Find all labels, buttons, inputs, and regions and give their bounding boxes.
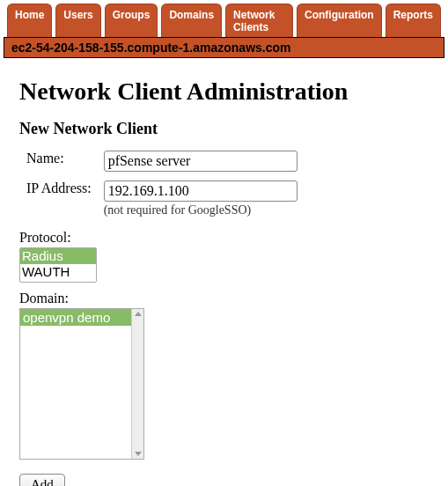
domain-option-openvpn-demo[interactable]: openvpn demo [20,309,143,326]
scrollbar[interactable] [131,309,143,459]
name-input[interactable] [104,151,297,172]
protocol-select[interactable]: Radius WAUTH [19,247,97,283]
tab-users[interactable]: Users [55,4,100,37]
main-content: Network Client Administration New Networ… [0,58,448,486]
top-nav-tabs: Home Users Groups Domains Network Client… [0,0,448,37]
ip-input[interactable] [104,180,297,202]
protocol-label: Protocol: [19,230,429,246]
tab-configuration[interactable]: Configuration [297,4,382,37]
section-title: New Network Client [19,120,429,138]
ip-hint: (not required for GoogleSSO) [104,203,297,217]
add-button[interactable]: Add [19,474,65,486]
protocol-option-wauth[interactable]: WAUTH [20,264,96,280]
tab-groups[interactable]: Groups [105,4,158,37]
form-table: Name: IP Address: (not required for Goog… [19,145,305,223]
tab-network-clients[interactable]: Network Clients [225,4,293,37]
hostname-bar: ec2-54-204-158-155.compute-1.amazonaws.c… [4,37,444,58]
domain-label: Domain: [19,291,429,306]
ip-label: IP Address: [21,177,97,221]
name-label: Name: [21,147,97,175]
tab-home[interactable]: Home [7,4,52,37]
protocol-option-radius[interactable]: Radius [20,248,96,264]
page-title: Network Client Administration [19,77,429,106]
tab-reports[interactable]: Reports [386,4,441,37]
tab-domains[interactable]: Domains [161,4,222,37]
domain-select[interactable]: openvpn demo [19,308,144,460]
